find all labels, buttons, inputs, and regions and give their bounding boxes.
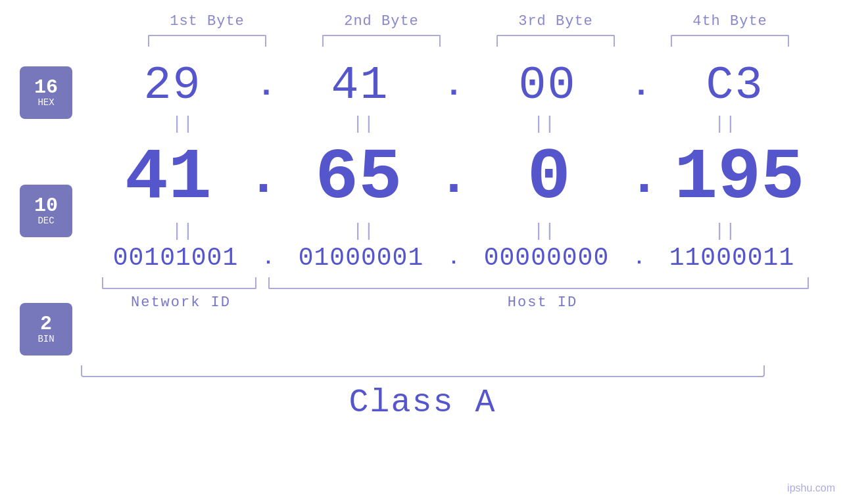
bracket-cell-4 <box>643 35 817 47</box>
content-area: 16 HEX 10 DEC 2 BIN 29 . 41 <box>0 60 845 355</box>
equals-3a: || <box>533 115 556 133</box>
byte-headers: 1st Byte 2nd Byte 3rd Byte 4th Byte <box>120 13 817 30</box>
hex-dot-2: . <box>444 67 464 104</box>
hex-row: 29 . 41 . 00 . C3 <box>92 60 815 112</box>
bin-cell-3: 00000000 <box>463 244 630 272</box>
dec-cell-3: 0 <box>473 137 625 219</box>
equals-4a: || <box>714 115 736 133</box>
bracket-cell-3 <box>469 35 643 47</box>
dec-value-1: 41 <box>125 137 212 219</box>
badge-column: 16 HEX 10 DEC 2 BIN <box>0 60 92 355</box>
equals-3b: || <box>533 222 556 241</box>
dec-badge: 10 DEC <box>20 185 72 237</box>
bin-cell-4: 11000011 <box>648 244 815 272</box>
bin-row: 00101001 . 01000001 . 00000000 . 1100001… <box>92 244 815 272</box>
class-bracket <box>81 365 765 377</box>
equals-2a: || <box>352 115 375 133</box>
equals-4b: || <box>714 222 736 241</box>
byte2-header: 2nd Byte <box>295 13 469 30</box>
host-id-bracket <box>268 277 809 289</box>
dec-value-2: 65 <box>315 137 402 219</box>
top-bracket-1 <box>148 35 266 47</box>
top-bracket-3 <box>496 35 615 47</box>
bin-value-2: 01000001 <box>299 244 423 272</box>
dec-dot-2: . <box>438 148 470 208</box>
hex-cell-3: 00 <box>467 60 628 112</box>
dec-dot-1: . <box>247 148 279 208</box>
hex-badge: 16 HEX <box>20 66 72 119</box>
dec-value-4: 195 <box>674 137 804 219</box>
dec-badge-label: DEC <box>37 216 54 226</box>
bin-cell-2: 01000001 <box>278 244 445 272</box>
hex-dot-3: . <box>631 67 651 104</box>
dec-dot-3: . <box>628 148 660 208</box>
bin-cell-1: 00101001 <box>92 244 259 272</box>
network-id-label: Network ID <box>92 294 270 311</box>
hex-dot-1: . <box>256 67 276 104</box>
bin-badge-number: 2 <box>40 314 52 334</box>
bin-value-3: 00000000 <box>484 244 609 272</box>
hex-value-3: 00 <box>518 60 576 112</box>
bin-value-4: 11000011 <box>669 244 794 272</box>
dec-cell-1: 41 <box>92 137 244 219</box>
hex-badge-label: HEX <box>37 97 54 108</box>
equals-cell-4a: || <box>635 115 815 133</box>
hex-value-4: C3 <box>706 60 763 112</box>
equals-row-2: || || || || <box>92 222 815 241</box>
top-bracket-2 <box>322 35 441 47</box>
equals-row-1: || || || || <box>92 115 815 133</box>
dec-badge-number: 10 <box>34 196 58 216</box>
bin-value-1: 00101001 <box>113 244 238 272</box>
host-id-label: Host ID <box>270 294 815 311</box>
bin-dot-3: . <box>633 247 645 269</box>
dec-row: 41 . 65 . 0 . 195 <box>92 137 815 219</box>
watermark: ipshu.com <box>787 482 835 494</box>
equals-cell-3a: || <box>454 115 635 133</box>
bracket-cell-2 <box>295 35 469 47</box>
byte1-header: 1st Byte <box>120 13 295 30</box>
hex-badge-number: 16 <box>34 78 58 97</box>
dec-value-3: 0 <box>527 137 571 219</box>
equals-cell-1b: || <box>92 222 273 241</box>
bin-dot-2: . <box>448 247 460 269</box>
equals-cell-1a: || <box>92 115 273 133</box>
values-area: 29 . 41 . 00 . C3 || <box>92 60 845 311</box>
equals-cell-2b: || <box>273 222 454 241</box>
hex-cell-1: 29 <box>92 60 253 112</box>
bottom-bracket-row <box>92 277 815 289</box>
equals-2b: || <box>352 222 375 241</box>
dec-cell-2: 65 <box>283 137 435 219</box>
class-label: Class A <box>349 384 496 421</box>
bin-badge-label: BIN <box>37 334 54 344</box>
equals-cell-4b: || <box>635 222 815 241</box>
hex-cell-4: C3 <box>654 60 815 112</box>
dec-cell-4: 195 <box>664 137 815 219</box>
main-container: 1st Byte 2nd Byte 3rd Byte 4th Byte 16 H… <box>0 0 845 504</box>
byte4-header: 4th Byte <box>643 13 817 30</box>
byte3-header: 3rd Byte <box>469 13 643 30</box>
top-bracket-row <box>120 35 817 47</box>
bracket-cell-1 <box>120 35 295 47</box>
id-labels-row: Network ID Host ID <box>92 294 815 311</box>
bin-dot-1: . <box>262 247 274 269</box>
hex-value-2: 41 <box>331 60 389 112</box>
network-id-bracket <box>102 277 256 289</box>
bin-badge: 2 BIN <box>20 303 72 355</box>
hex-cell-2: 41 <box>279 60 441 112</box>
hex-value-1: 29 <box>143 60 201 112</box>
equals-cell-2a: || <box>273 115 454 133</box>
equals-1a: || <box>172 115 194 133</box>
top-bracket-4 <box>671 35 789 47</box>
equals-1b: || <box>172 222 194 241</box>
equals-cell-3b: || <box>454 222 635 241</box>
